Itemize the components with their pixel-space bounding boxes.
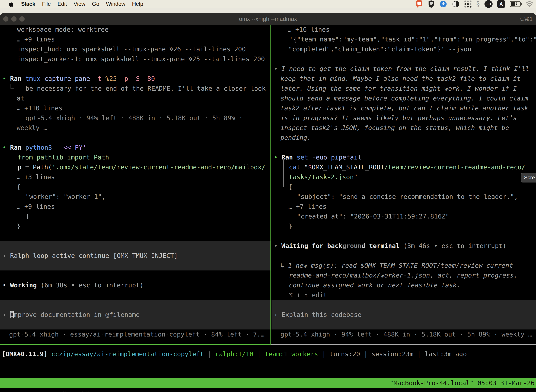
text-segment: { [288,183,292,190]
text-segment: cczip/essay/ai-reimplementation-copyleft [51,350,208,358]
text-segment: %25 [105,75,121,82]
text-segment: '{"team_name":"my-team","task_id":"1","f… [289,36,536,43]
text-segment: | [364,350,371,358]
menu-item-edit[interactable]: Edit [57,1,67,7]
edit-hint: ⌥ + ↑ edit [289,290,327,300]
text-segment: • [2,75,10,82]
thinking-line: should send a message before completing … [281,93,528,103]
output-connector [12,152,15,187]
tmux-host-clock: "MacBook-Pro-44.local" 05:03 31-Mar-26 [390,378,535,388]
code-line: cat "$OMX_TEAM_STATE_ROOT/team/review-cu… [289,162,525,172]
output-line: } [288,221,292,231]
window-shortcut: ⌥⌘1 [518,13,533,25]
text-segment: team:1 workers [265,350,322,358]
menu-item-view[interactable]: View [73,1,85,7]
text-segment: - [56,144,63,151]
dots-grid-icon[interactable] [464,0,471,8]
thinking-line: is in progress? It seems likely but perh… [281,113,517,123]
truncation-line: … +16 lines [288,25,330,34]
truncation-line: … +3 lines [17,172,55,182]
text-segment: should send a message before completing … [281,95,528,102]
ralph-loop-status: › Ralph loop active continue [OMX_TMUX_I… [2,251,178,261]
text-segment: • [2,144,10,151]
truncation-line: … +9 lines [17,202,55,211]
prompt-input-left[interactable]: › Improve documentation in @filename [2,310,140,320]
truncation-line: … +110 lines [17,103,62,113]
input-source-icon[interactable]: A [497,0,505,8]
text-segment: last:3m ago [425,350,467,358]
text-segment: ⌥ + ↑ edit [289,291,327,299]
text-segment: } [288,223,292,230]
text-segment: gpt-5.4 xhigh · 94% left · 488K in · 5.1… [281,331,532,338]
menu-item-window[interactable]: Window [106,1,125,7]
text-segment: … +9 lines [17,203,55,210]
wifi-icon[interactable] [526,1,534,7]
text-segment: -p [121,75,132,82]
badge-61-icon[interactable]: ..61 [484,0,493,8]
text-segment: (3m 46s • esc to interrupt) [400,242,506,249]
tmux-session-label[interactable]: [omx-cczip0:bash* [24,390,89,392]
text-segment: | [322,350,330,358]
pane-divider[interactable] [270,25,271,345]
thinking-line: later. Using the same for transition mig… [281,84,517,93]
menu-item-go[interactable]: Go [92,1,99,7]
text-segment: [OMX#0.11.9] [2,350,51,358]
message-line: continue assigned work or next feasible … [289,280,460,290]
text-segment: from pathlib import Path [18,154,109,161]
code-line: from pathlib import Path [18,152,109,162]
text-segment: ] [25,213,29,220]
text-segment: Ralph loop active continue [OMX_TMUX_INJ… [10,252,178,259]
text-segment: … +3 lines [17,173,55,181]
text-segment: -80 [144,75,155,82]
text-segment: Working [10,281,40,289]
text-segment: gpt-5.4 xhigh · 94% left · 488K in · 5.1… [25,114,243,121]
truncation-line: … +7 lines [288,202,326,211]
thinking-line: keep that in mind. Maybe I also need the… [281,74,521,84]
text-segment: … +7 lines [288,203,326,210]
terminal-cursor: I [10,311,14,318]
text-segment: Ran [281,154,297,161]
menu-item-file[interactable]: File [42,1,51,7]
text-segment: terminal [365,242,400,249]
pane-bottom-border-left [0,344,271,345]
text-segment: task2 after task1 is complete, but can I… [281,104,528,112]
menu-bar: Slack FileEditViewGoWindowHelp § ..61 A [0,0,536,8]
output-line: '{"team_name":"my-team","task_id":"1","f… [289,34,536,44]
code-line: tasks/task-2.json" [289,172,358,182]
code-line: p = Path('.omx/state/team/review-current… [18,162,265,172]
shield-icon[interactable] [428,0,435,8]
text-segment: I need to get the claim token from the c… [281,65,529,72]
text-segment: d [362,242,365,249]
output-line: be necessary for the end of the README. … [25,84,266,93]
menu-item-slack[interactable]: Slack [21,1,35,7]
text-segment: tasks/task-2.json [289,173,354,181]
text-segment: /team/review-current-readme-and-reco/ [384,163,525,171]
crescent-icon[interactable] [452,0,460,8]
text-segment: } [17,223,21,230]
text-segment: "created_at": "2026-03-31T11:59:27.816Z" [297,213,449,220]
command-line: • Ran set -euo pipefail [274,152,362,162]
title-bar: omx --xhigh --madmax ⌥⌘1 [0,13,536,25]
prompt-input-right[interactable]: › Explain this codebase [274,310,362,320]
text-segment: inspect_worker-1: omx sparkshell --tmux-… [17,55,265,62]
battery-icon[interactable] [510,1,521,7]
menu-item-help[interactable]: Help [132,1,143,7]
text-segment: continue assigned work or next feasible … [289,281,460,289]
hexagon-bolt-icon[interactable] [440,0,447,8]
output-line: "worker": "worker-1", [25,192,105,202]
squiggle-icon[interactable]: § [476,0,480,8]
text-segment: inspect_hud: omx sparkshell --tmux-pane … [17,46,246,53]
chat-app-icon[interactable] [416,0,423,8]
text-segment: › [274,311,281,318]
apple-icon[interactable] [9,1,14,7]
text-segment: pending. [281,134,311,141]
message-line: ↳ 1 new msg(s): read $OMX_TEAM_STATE_ROO… [281,261,517,271]
text-segment: "worker": "worker-1", [25,193,105,200]
text-segment: " [304,163,308,171]
text-segment: groun [342,242,361,249]
command-line: • Ran python3 - <<'PY' [2,143,86,152]
text-segment: keep that in mind. Maybe I also need the… [281,75,521,82]
text-segment: set [297,154,312,161]
thinking-line: • I need to get the claim token from the… [274,64,529,74]
screen-tooltip: Scre [521,173,536,182]
